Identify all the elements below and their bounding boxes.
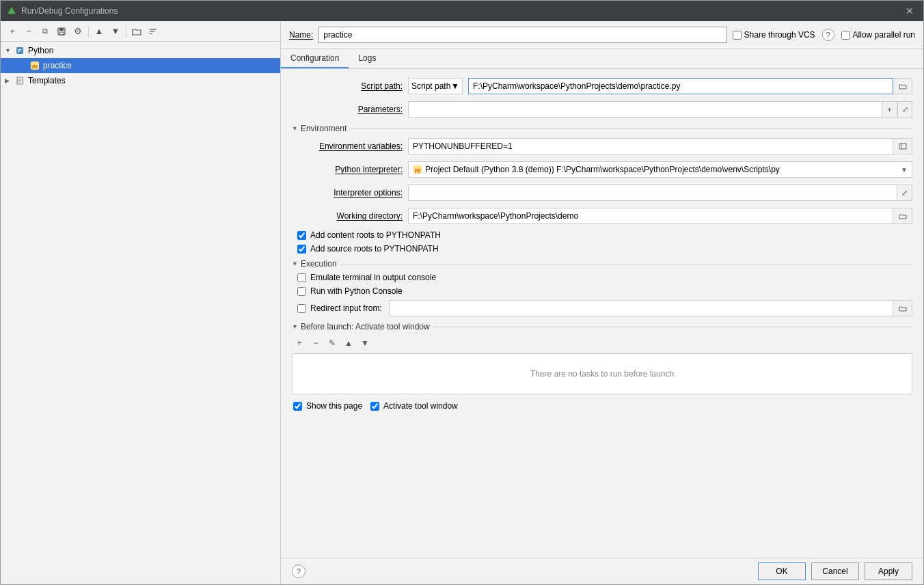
working-directory-browse-button[interactable] bbox=[893, 208, 912, 224]
name-bar: Name: Share through VCS ? Allow parallel… bbox=[281, 21, 923, 49]
interpreter-options-expand-button[interactable]: ⤢ bbox=[897, 185, 912, 201]
apply-button[interactable]: Apply bbox=[865, 562, 912, 580]
svg-rect-15 bbox=[899, 144, 906, 149]
parameters-input[interactable] bbox=[408, 101, 882, 118]
show-page-label[interactable]: Show this page bbox=[306, 401, 362, 411]
add-source-roots-label[interactable]: Add source roots to PYTHONPATH bbox=[310, 244, 439, 254]
remove-config-button[interactable]: − bbox=[21, 24, 36, 39]
tab-configuration[interactable]: Configuration bbox=[281, 49, 349, 68]
svg-rect-1 bbox=[10, 11, 13, 14]
working-directory-input-group bbox=[408, 208, 912, 224]
redirect-input-field[interactable] bbox=[389, 300, 893, 316]
interpreter-options-input-group: ⤢ bbox=[408, 185, 912, 201]
env-variables-input-group bbox=[408, 138, 912, 154]
working-directory-input[interactable] bbox=[408, 208, 893, 224]
emulate-terminal-label[interactable]: Emulate terminal in output console bbox=[310, 273, 436, 282]
parameters-plus-button[interactable]: + bbox=[882, 101, 897, 118]
add-config-button[interactable]: + bbox=[5, 24, 20, 39]
parameters-label: Parameters: bbox=[292, 105, 408, 114]
launch-down-button[interactable]: ▼ bbox=[357, 336, 372, 351]
add-content-roots-label[interactable]: Add content roots to PYTHONPATH bbox=[310, 230, 441, 240]
python-interpreter-label: Python interpreter: bbox=[292, 165, 408, 174]
emulate-terminal-checkbox[interactable] bbox=[297, 273, 306, 282]
run-python-console-label[interactable]: Run with Python Console bbox=[310, 286, 403, 296]
title-bar: Run/Debug Configurations ✕ bbox=[1, 1, 923, 21]
script-type-dropdown[interactable]: Script path ▼ bbox=[408, 78, 463, 94]
interpreter-options-label: Interpreter options: bbox=[292, 188, 408, 198]
move-up-button[interactable]: ▲ bbox=[92, 24, 107, 39]
toolbar-separator bbox=[88, 26, 89, 37]
script-type-arrow: ▼ bbox=[451, 81, 459, 91]
execution-collapse-icon[interactable]: ▼ bbox=[292, 260, 298, 267]
redirect-browse-button[interactable] bbox=[893, 300, 912, 316]
allow-parallel-label[interactable]: Allow parallel run bbox=[841, 30, 915, 40]
name-input[interactable] bbox=[318, 27, 726, 43]
activate-tool-window-checkbox[interactable] bbox=[370, 402, 379, 411]
tab-bar: Configuration Logs bbox=[281, 49, 923, 69]
svg-rect-3 bbox=[59, 28, 64, 31]
launch-up-button[interactable]: ▲ bbox=[341, 336, 356, 351]
close-button[interactable]: ✕ bbox=[901, 4, 918, 18]
allow-parallel-checkbox[interactable] bbox=[841, 31, 850, 40]
folder-button[interactable] bbox=[129, 24, 144, 39]
python-interpreter-row: Python interpreter: py Project Default (… bbox=[292, 161, 912, 178]
tree-group-python[interactable]: ▼ P Python bbox=[1, 43, 280, 58]
run-python-console-checkbox[interactable] bbox=[297, 287, 306, 296]
practice-label: practice bbox=[43, 61, 72, 70]
working-directory-label: Working directory: bbox=[292, 211, 408, 221]
tree-item-templates[interactable]: ▶ Templates bbox=[1, 73, 280, 88]
python-interpreter-icon: py bbox=[413, 165, 422, 174]
activate-tool-window-row: Activate tool window bbox=[370, 401, 458, 411]
sort-button[interactable] bbox=[146, 24, 161, 39]
settings-button[interactable]: ⚙ bbox=[70, 24, 85, 39]
redirect-input-label[interactable]: Redirect input from: bbox=[310, 303, 382, 313]
templates-expand-icon: ▶ bbox=[5, 77, 14, 84]
run-debug-dialog: Run/Debug Configurations ✕ + − ⧉ ⚙ ▲ ▼ bbox=[0, 0, 924, 585]
launch-remove-button[interactable]: − bbox=[308, 336, 323, 351]
dialog-icon bbox=[6, 5, 17, 16]
before-launch-section: ▼ Before launch: Activate tool window + … bbox=[292, 322, 912, 394]
launch-toolbar: + − ✎ ▲ ▼ bbox=[292, 336, 912, 351]
save-config-button[interactable] bbox=[54, 24, 69, 39]
python-group-icon: P bbox=[14, 45, 25, 56]
add-content-roots-checkbox[interactable] bbox=[297, 231, 306, 240]
env-variables-browse-button[interactable] bbox=[893, 138, 912, 154]
share-vcs-checkbox[interactable] bbox=[733, 31, 742, 40]
script-path-input[interactable] bbox=[468, 78, 893, 94]
move-down-button[interactable]: ▼ bbox=[108, 24, 123, 39]
ok-button[interactable]: OK bbox=[758, 562, 806, 580]
templates-label: Templates bbox=[28, 76, 66, 85]
add-source-roots-row: Add source roots to PYTHONPATH bbox=[292, 244, 912, 254]
copy-config-button[interactable]: ⧉ bbox=[38, 24, 53, 39]
emulate-terminal-row: Emulate terminal in output console bbox=[292, 273, 912, 282]
parameters-expand-button[interactable]: ⤢ bbox=[897, 101, 912, 118]
cancel-button[interactable]: Cancel bbox=[811, 562, 859, 580]
launch-edit-button[interactable]: ✎ bbox=[325, 336, 340, 351]
script-path-browse-button[interactable] bbox=[893, 78, 912, 94]
tree-item-practice[interactable]: py practice bbox=[1, 58, 280, 73]
bottom-checkboxes: Show this page Activate tool window bbox=[292, 401, 912, 411]
tab-logs[interactable]: Logs bbox=[349, 49, 385, 68]
show-page-checkbox[interactable] bbox=[293, 402, 302, 411]
interpreter-options-input[interactable] bbox=[408, 185, 897, 201]
launch-add-button[interactable]: + bbox=[292, 336, 307, 351]
env-variables-input[interactable] bbox=[408, 138, 893, 154]
add-content-roots-row: Add content roots to PYTHONPATH bbox=[292, 230, 912, 240]
share-help-button[interactable]: ? bbox=[822, 29, 834, 41]
run-python-console-row: Run with Python Console bbox=[292, 286, 912, 296]
python-interpreter-dropdown[interactable]: py Project Default (Python 3.8 (demo)) F… bbox=[408, 161, 912, 178]
environment-collapse-icon[interactable]: ▼ bbox=[292, 125, 298, 132]
redirect-input-checkbox[interactable] bbox=[297, 304, 306, 313]
help-button[interactable]: ? bbox=[292, 564, 305, 578]
script-path-input-group bbox=[468, 78, 912, 94]
add-source-roots-checkbox[interactable] bbox=[297, 245, 306, 254]
activate-tool-window-label[interactable]: Activate tool window bbox=[383, 401, 458, 411]
name-field-label: Name: bbox=[289, 30, 313, 40]
practice-icon: py bbox=[29, 60, 40, 71]
svg-text:py: py bbox=[415, 167, 420, 173]
config-panel: Script path: Script path ▼ bbox=[281, 69, 923, 558]
python-group-label: Python bbox=[28, 46, 53, 55]
before-launch-collapse-icon[interactable]: ▼ bbox=[292, 323, 298, 330]
share-vcs-label[interactable]: Share through VCS bbox=[733, 30, 815, 40]
left-toolbar: + − ⧉ ⚙ ▲ ▼ bbox=[1, 21, 280, 42]
